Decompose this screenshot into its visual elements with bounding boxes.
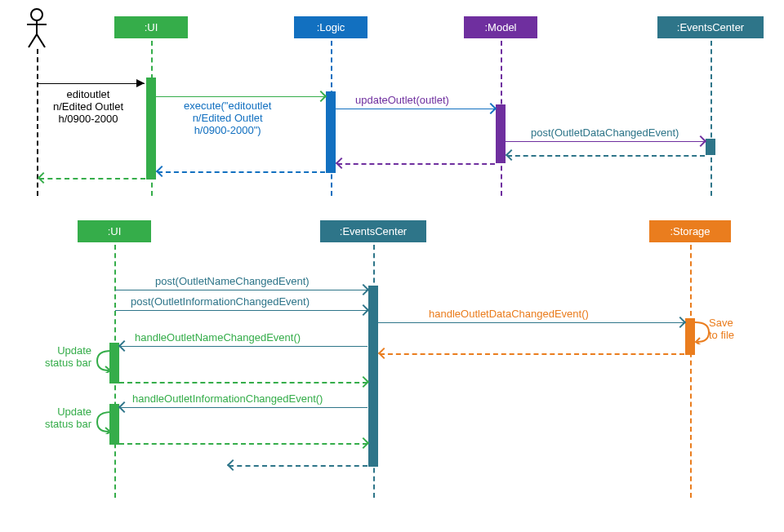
svg-line-3 (29, 34, 37, 47)
sequence-diagram-top: :UI :Logic :Model :EventsCenter editoutl… (8, 8, 776, 196)
save-label: Saveto file (709, 317, 734, 341)
ec-header: :EventsCenter (657, 16, 764, 38)
handlename-label: handleOutletNameChangedEvent() (135, 331, 301, 344)
ui2-header: :UI (78, 220, 151, 242)
ret-model-logic-head (336, 157, 347, 169)
arrow-post (506, 141, 705, 142)
model-header: :Model (464, 16, 537, 38)
ec2-header: :EventsCenter (320, 220, 426, 242)
ret-storage-ec-head (378, 348, 390, 359)
arrowhead-cmd (136, 79, 145, 87)
arrowhead-post (695, 135, 706, 147)
ret-ui-actor (39, 178, 145, 180)
arrow-handledata (378, 322, 684, 323)
postname-label: post(OutletNameChangedEvent) (155, 275, 310, 287)
logic-activation (326, 91, 336, 173)
ui-header: :UI (114, 16, 188, 38)
actor-icon (24, 8, 49, 51)
arrow-postinfo (115, 310, 368, 311)
arrowhead-exec (315, 91, 327, 102)
ec-lifeline (710, 41, 712, 196)
ah-handledata (675, 317, 686, 328)
updloop2-svg (95, 410, 113, 434)
ec-activation (706, 139, 715, 155)
handledata-label: handleOutletDataChangedEvent() (429, 308, 589, 320)
ret-ui-ec-1-head (358, 376, 369, 388)
ah-handleinfo (118, 401, 130, 413)
storage-lifeline (690, 245, 692, 498)
ah-postinfo (358, 304, 369, 316)
sequence-diagram-bottom: :UI :EventsCenter :Storage post(OutletNa… (8, 212, 776, 506)
ah-postname (358, 284, 369, 295)
ret-final-head (227, 459, 238, 471)
ret-ec-model-head (506, 149, 517, 161)
svg-point-0 (31, 9, 42, 20)
upd1-label: Updatestatus bar (45, 344, 91, 369)
exec-label: execute("editoutlet n/Edited Outlet h/09… (184, 100, 271, 136)
ec2-activation (368, 286, 378, 467)
ret-final (229, 465, 368, 467)
update-label: updateOutlet(outlet) (355, 94, 449, 106)
storage-header: :Storage (649, 220, 731, 242)
model-activation (496, 104, 506, 163)
updloop1-svg (95, 348, 113, 373)
ret-storage-ec (380, 353, 684, 355)
postinfo-label: post(OutletInformationChangedEvent) (131, 295, 310, 308)
arrow-handlename (120, 346, 368, 347)
ui-activation (146, 78, 156, 180)
ret-ui-ec-2-head (358, 437, 369, 449)
arrow-cmd (38, 83, 145, 84)
upd2-label: Updatestatus bar (45, 406, 91, 430)
arrow-exec (156, 96, 325, 97)
svg-line-4 (37, 34, 45, 47)
arrow-update (336, 109, 495, 109)
ret-model-logic (337, 163, 495, 165)
arrow-postname (115, 290, 368, 290)
post-label: post(OutletDataChangedEvent) (531, 126, 679, 139)
ah-handlename (118, 340, 130, 352)
ret-logic-ui-head (156, 166, 167, 177)
ret-ui-ec-1 (119, 382, 368, 383)
logic-header: :Logic (294, 16, 368, 38)
ret-logic-ui (158, 171, 325, 173)
handleinfo-label: handleOutletInformationChangedEvent() (132, 392, 323, 405)
arrow-handleinfo (120, 407, 368, 408)
arrowhead-update (485, 103, 497, 114)
ret-ui-ec-2 (119, 443, 368, 445)
ret-ec-model (507, 155, 705, 157)
cmd-label: editoutlet n/Edited Outlet h/0900-2000 (53, 88, 123, 125)
actor-lifeline (37, 49, 38, 196)
ret-ui-actor-head (38, 172, 49, 184)
